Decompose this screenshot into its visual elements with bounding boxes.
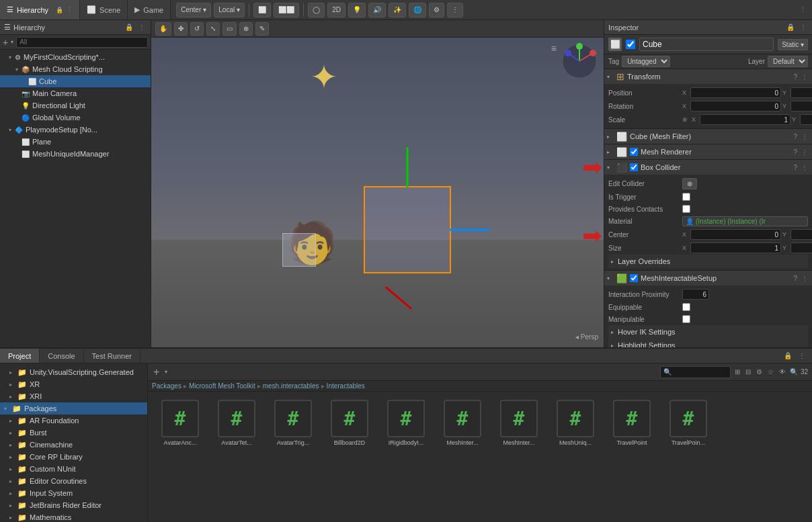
file-item-meshInter2[interactable]: # MeshInter...: [492, 397, 546, 449]
transform-help-icon[interactable]: ?: [792, 73, 799, 81]
file-item-avatarTrig[interactable]: # AvatarTrig...: [266, 397, 320, 449]
file-item-irigidbody[interactable]: # IRigidbodyI...: [379, 397, 433, 449]
inspector-lock-btn[interactable]: 🔒: [785, 24, 796, 31]
static-dropdown-btn[interactable]: Static ▾: [778, 39, 808, 50]
position-x-input[interactable]: [690, 87, 781, 98]
layer-overrides-row[interactable]: ▸ Layer Overrides: [608, 255, 808, 268]
hier-item-plane[interactable]: ⬜ Plane: [0, 136, 151, 148]
more-button[interactable]: ⋮: [447, 3, 463, 17]
box-collider-checkbox[interactable]: [630, 163, 638, 171]
rect-tool-btn[interactable]: ▭: [222, 22, 237, 36]
fx-button[interactable]: ✨: [389, 3, 406, 17]
center-button[interactable]: Center ▾: [176, 3, 211, 17]
hierarchy-search-input[interactable]: [16, 37, 148, 48]
proj-item-xri[interactable]: ▸ 📁 XRI: [0, 390, 147, 402]
transform-menu-icon[interactable]: ⋮: [800, 73, 809, 81]
bottom-lock-btn[interactable]: 🔒: [782, 352, 793, 359]
edit-collider-button[interactable]: ⊕: [682, 178, 697, 189]
hier-item-meshunique[interactable]: ⬜ MeshUniqueIdManager: [0, 148, 151, 160]
plus-icon[interactable]: +: [3, 37, 8, 48]
mesh-interactable-help-icon[interactable]: ?: [792, 275, 799, 282]
hier-item-dirlight[interactable]: 💡 Directional Light: [0, 99, 151, 112]
box-collider-menu-icon[interactable]: ⋮: [800, 164, 809, 171]
hover-ik-row[interactable]: ▸ Hover IK Settings: [608, 325, 808, 339]
project-eye-btn[interactable]: 👁: [778, 368, 787, 376]
provides-contacts-checkbox[interactable]: [682, 205, 690, 213]
project-search-input[interactable]: [674, 368, 727, 376]
project-add-arrow-btn[interactable]: ▾: [163, 369, 169, 375]
file-item-meshUniq[interactable]: # MeshUniq...: [549, 397, 602, 449]
center-y-input[interactable]: [790, 229, 812, 240]
hierarchy-menu-btn[interactable]: ⋮: [137, 24, 147, 31]
project-add-btn[interactable]: +: [152, 366, 161, 378]
mesh-interactable-header[interactable]: ▾ 🟩 MeshInteractableSetup ? ⋮: [604, 271, 812, 286]
object-name-input[interactable]: [639, 38, 774, 51]
sky-button[interactable]: 🌐: [409, 3, 426, 17]
mesh-filter-menu-icon[interactable]: ⋮: [800, 133, 809, 140]
file-item-avatarTet[interactable]: # AvatarTet...: [210, 397, 263, 449]
equippable-checkbox[interactable]: [682, 303, 690, 311]
center-x-input[interactable]: [690, 229, 781, 240]
scale-y-input[interactable]: [800, 114, 812, 125]
layer-select[interactable]: Default: [768, 56, 808, 67]
tab-scene[interactable]: ⬜ Scene: [80, 0, 128, 19]
scene-viewport[interactable]: ✦ 🧑 ➡ ➡: [151, 38, 604, 347]
rotate-tool-btn[interactable]: ↺: [190, 22, 204, 36]
bread-mesh-toolkit[interactable]: Microsoft Mesh Toolkit: [189, 382, 255, 390]
bread-mesh-interactables[interactable]: mesh.interactables: [263, 382, 319, 390]
proj-item-customnunit[interactable]: ▸ 📁 Custom NUnit: [0, 463, 147, 475]
tab-hierarchy[interactable]: ☰ Hierarchy 🔒 ⋮: [0, 0, 80, 19]
proj-item-jetbrains[interactable]: ▸ 📁 JetBrains Rider Editor: [0, 499, 147, 511]
size-y-input[interactable]: [790, 243, 812, 253]
grid-button[interactable]: ⬜: [253, 3, 271, 17]
dropdown-arrow-icon[interactable]: ▾: [11, 39, 13, 45]
hier-item-myfirst[interactable]: ▾ ⚙ MyFirstCloudScripting*...: [0, 51, 151, 63]
scene-gizmo-widget[interactable]: [561, 43, 598, 80]
hier-item-meshcloud[interactable]: ▾ 📦 Mesh Cloud Scripting: [0, 63, 151, 75]
proj-item-vsgenerated[interactable]: ▸ 📁 Unity.VisualScripting.Generated: [0, 366, 147, 378]
project-grid-view-btn[interactable]: ⊟: [744, 368, 752, 376]
project-filter-btn[interactable]: ⚙: [755, 368, 764, 376]
mesh-interactable-checkbox[interactable]: [630, 274, 638, 282]
tag-select[interactable]: Untagged: [622, 56, 670, 67]
scale-tool-btn[interactable]: ⤡: [206, 22, 220, 36]
hier-item-maincam[interactable]: 📷 Main Camera: [0, 87, 151, 99]
transform-tool-btn[interactable]: ⊕: [239, 22, 253, 36]
rotation-y-input[interactable]: [790, 101, 812, 112]
local-button[interactable]: Local ▾: [214, 3, 245, 17]
file-item-meshInter1[interactable]: # MeshInter...: [436, 397, 489, 449]
proj-item-corerplib[interactable]: ▸ 📁 Core RP Library: [0, 451, 147, 463]
main-cube-selected[interactable]: [364, 186, 451, 273]
proj-item-cinemachine[interactable]: ▸ 📁 Cinemachine: [0, 439, 147, 451]
tab-project[interactable]: Project: [0, 349, 40, 363]
toolbar-btn-2[interactable]: ⬜⬜: [274, 3, 299, 17]
tab-game[interactable]: ▶ Game: [128, 0, 171, 19]
hierarchy-lock-btn[interactable]: 🔒: [124, 24, 134, 31]
mesh-renderer-menu-icon[interactable]: ⋮: [800, 148, 809, 156]
inspector-menu-btn[interactable]: ⋮: [799, 24, 808, 31]
proj-item-xr[interactable]: ▸ 📁 XR: [0, 378, 147, 390]
toolbar-more-icon[interactable]: ⋮: [799, 5, 807, 14]
hand-tool-btn[interactable]: ✋: [155, 22, 171, 36]
mesh-filter-header[interactable]: ▸ ⬜ Cube (Mesh Filter) ? ⋮: [604, 129, 812, 144]
mesh-filter-help-icon[interactable]: ?: [792, 133, 799, 140]
proj-item-editorcoroutines[interactable]: ▸ 📁 Editor Coroutines: [0, 475, 147, 487]
gizmo-button[interactable]: ⚙: [429, 3, 444, 17]
file-item-avatarAnc[interactable]: # AvatarAnc...: [153, 397, 207, 449]
project-star-btn[interactable]: ☆: [766, 368, 775, 376]
proj-item-mathematics[interactable]: ▸ 📁 Mathematics: [0, 511, 147, 522]
tab-test-runner[interactable]: Test Runner: [84, 349, 140, 363]
light-button[interactable]: 💡: [348, 3, 366, 17]
is-trigger-checkbox[interactable]: [682, 193, 690, 201]
scale-x-input[interactable]: [700, 114, 790, 125]
box-collider-header[interactable]: ▾ ⬛ Box Collider ? ⋮: [604, 160, 812, 175]
mesh-interactable-menu-icon[interactable]: ⋮: [800, 275, 809, 282]
proj-item-packages[interactable]: ▾ 📁 Packages: [0, 402, 147, 415]
rotation-x-input[interactable]: [690, 101, 781, 112]
interaction-proximity-input[interactable]: [682, 289, 709, 300]
move-tool-btn[interactable]: ✤: [174, 22, 188, 36]
audio-button[interactable]: 🔊: [368, 3, 386, 17]
manipulable-checkbox[interactable]: [682, 315, 690, 323]
mesh-renderer-help-icon[interactable]: ?: [792, 148, 799, 156]
custom-tool-btn[interactable]: ✎: [255, 22, 269, 36]
